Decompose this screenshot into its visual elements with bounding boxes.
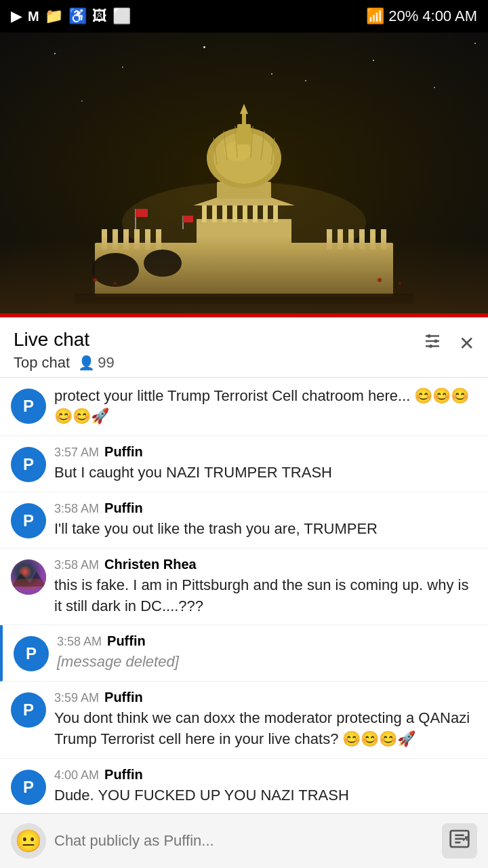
svg-rect-39 bbox=[136, 209, 148, 217]
svg-rect-22 bbox=[273, 205, 278, 222]
svg-rect-16 bbox=[212, 205, 217, 222]
message-author: Puffin bbox=[104, 690, 143, 705]
send-button[interactable] bbox=[442, 823, 477, 859]
message-author: Christen Rhea bbox=[104, 557, 197, 572]
top-chat-row: Top chat 👤 99 bbox=[14, 354, 115, 372]
accessibility-icon: ♿ bbox=[68, 7, 87, 25]
message-meta: 3:59 AM Puffin bbox=[54, 690, 477, 705]
chat-message: P 3:57 AM Puffin But I caught you NAZI T… bbox=[0, 436, 488, 492]
message-text: You dont think we can doxx the moderator… bbox=[54, 708, 477, 750]
message-meta: 3:58 AM Puffin bbox=[57, 633, 477, 649]
message-author: Puffin bbox=[104, 500, 143, 516]
message-text: Dude. YOU FUCKED UP YOU NAZI TRASH bbox=[54, 785, 477, 806]
svg-rect-18 bbox=[232, 205, 237, 222]
live-chat-header: Live chat Top chat 👤 99 ✕ bbox=[0, 317, 488, 378]
emoji-icon: 😐 bbox=[15, 828, 42, 854]
message-author: Puffin bbox=[104, 444, 143, 460]
filter-icon[interactable] bbox=[422, 331, 443, 356]
svg-rect-41 bbox=[183, 216, 193, 222]
live-chat-title: Live chat bbox=[14, 328, 115, 351]
chat-message-deleted: P 3:58 AM Puffin [message deleted] bbox=[0, 625, 488, 682]
chat-message: P 3:59 AM Puffin You dont think we can d… bbox=[0, 682, 488, 759]
message-author: Puffin bbox=[107, 633, 146, 649]
video-red-bar bbox=[0, 313, 488, 317]
svg-rect-30 bbox=[242, 114, 246, 127]
chat-input[interactable] bbox=[54, 832, 434, 850]
avatar: P bbox=[11, 503, 46, 538]
message-meta: 3:57 AM Puffin bbox=[54, 444, 477, 460]
message-meta: 3:58 AM Christen Rhea bbox=[54, 557, 477, 572]
youtube-icon: ▶ bbox=[11, 7, 22, 25]
live-chat-header-left: Live chat Top chat 👤 99 bbox=[14, 328, 115, 372]
video-player[interactable] bbox=[0, 33, 488, 317]
message-text: But I caught you NAZI TRUMPER TRASH bbox=[54, 462, 477, 484]
svg-rect-20 bbox=[253, 205, 258, 222]
message-text: this is fake. I am in Pittsburgh and the… bbox=[54, 575, 477, 617]
avatar: P bbox=[11, 770, 46, 805]
folder-icon: 📁 bbox=[45, 7, 63, 25]
chat-message: P protect your little Trump Terrorist Ce… bbox=[0, 378, 488, 437]
message-time: 4:00 AM bbox=[54, 768, 99, 783]
chat-message: P 4:00 AM Puffin Dude. YOU FUCKED UP YOU… bbox=[0, 759, 488, 815]
message-content: 3:58 AM Puffin [message deleted] bbox=[57, 633, 477, 673]
message-content: 3:59 AM Puffin You dont think we can dox… bbox=[54, 690, 477, 750]
wifi-icon: 📶 bbox=[366, 7, 384, 25]
viewers-icon: 👤 bbox=[78, 355, 95, 371]
svg-marker-31 bbox=[240, 104, 248, 114]
horizon-glow bbox=[0, 236, 488, 317]
svg-point-59 bbox=[429, 344, 432, 348]
avatar: P bbox=[11, 447, 46, 482]
message-content: 3:57 AM Puffin But I caught you NAZI TRU… bbox=[54, 444, 477, 484]
message-content: 3:58 AM Christen Rhea this is fake. I am… bbox=[54, 557, 477, 617]
chat-message: P 3:58 AM Puffin I'll take you out like … bbox=[0, 492, 488, 549]
top-chat-label[interactable]: Top chat bbox=[14, 354, 70, 372]
chat-messages-container: P protect your little Trump Terrorist Ce… bbox=[0, 378, 488, 868]
message-content: 3:58 AM Puffin I'll take you out like th… bbox=[54, 500, 477, 540]
header-icons: ✕ bbox=[422, 328, 474, 356]
send-icon bbox=[449, 828, 470, 854]
time-text: 4:00 AM bbox=[422, 7, 477, 25]
avatar: P bbox=[11, 389, 46, 424]
image-icon: 🖼 bbox=[92, 7, 107, 25]
status-bar: ▶ M 📁 ♿ 🖼 ⬜ 📶 20% 4:00 AM bbox=[0, 0, 488, 33]
emoji-button[interactable]: 😐 bbox=[11, 823, 46, 859]
message-meta: 3:58 AM Puffin bbox=[54, 500, 477, 516]
message-time: 3:58 AM bbox=[54, 502, 99, 516]
svg-point-58 bbox=[434, 340, 438, 343]
message-text-deleted: [message deleted] bbox=[57, 652, 477, 673]
message-time: 3:59 AM bbox=[54, 691, 99, 705]
avatar: P bbox=[14, 636, 49, 671]
svg-point-62 bbox=[11, 578, 46, 589]
viewers-count: 👤 99 bbox=[78, 354, 114, 372]
svg-rect-19 bbox=[243, 205, 247, 222]
message-time: 3:57 AM bbox=[54, 446, 99, 460]
message-author: Puffin bbox=[104, 767, 143, 783]
svg-point-60 bbox=[11, 559, 46, 595]
chat-input-area: 😐 bbox=[0, 813, 488, 868]
message-content: protect your little Trump Terrorist Cell… bbox=[54, 386, 477, 428]
svg-point-57 bbox=[428, 334, 431, 338]
message-meta: 4:00 AM Puffin bbox=[54, 767, 477, 783]
message-text: I'll take you out like the trash you are… bbox=[54, 519, 477, 540]
svg-rect-17 bbox=[222, 205, 227, 222]
status-left-icons: ▶ M 📁 ♿ 🖼 ⬜ bbox=[11, 7, 131, 25]
viewers-number: 99 bbox=[98, 354, 114, 372]
message-text: protect your little Trump Terrorist Cell… bbox=[54, 386, 477, 428]
close-icon[interactable]: ✕ bbox=[459, 332, 474, 355]
battery-text: 20% bbox=[388, 7, 418, 25]
message-time: 3:58 AM bbox=[54, 558, 99, 572]
chat-message: 3:58 AM Christen Rhea this is fake. I am… bbox=[0, 549, 488, 626]
svg-rect-21 bbox=[263, 205, 268, 222]
m-icon: M bbox=[28, 9, 39, 24]
avatar bbox=[11, 559, 46, 595]
avatar: P bbox=[11, 692, 46, 728]
status-right-info: 📶 20% 4:00 AM bbox=[366, 7, 477, 25]
browser-icon: ⬜ bbox=[113, 7, 131, 25]
message-content: 4:00 AM Puffin Dude. YOU FUCKED UP YOU N… bbox=[54, 767, 477, 806]
message-time: 3:58 AM bbox=[57, 635, 102, 649]
svg-rect-15 bbox=[202, 205, 207, 222]
